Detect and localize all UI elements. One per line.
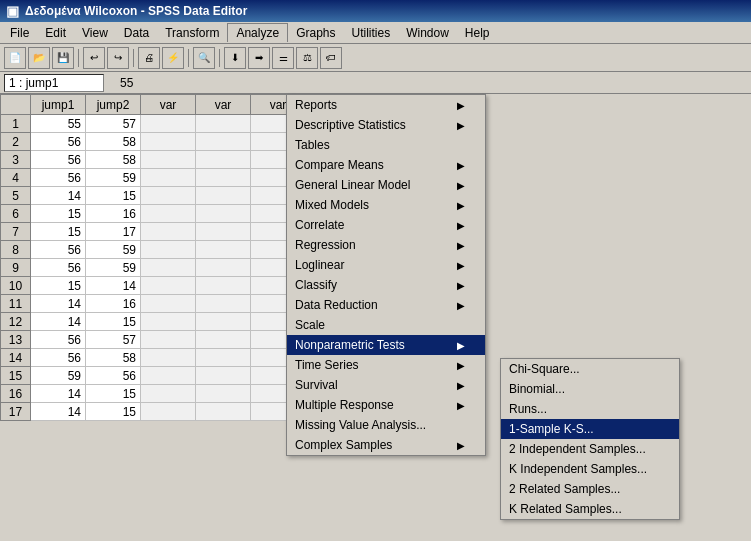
cell-r12-c2[interactable]: 57 bbox=[86, 331, 141, 349]
submenu-runs[interactable]: Runs... bbox=[501, 399, 679, 419]
cell-r5-c2[interactable]: 16 bbox=[86, 205, 141, 223]
col-jump1[interactable]: jump1 bbox=[31, 95, 86, 115]
row-number-9[interactable]: 9 bbox=[1, 259, 31, 277]
row-number-3[interactable]: 3 bbox=[1, 151, 31, 169]
cell-r6-c1[interactable]: 15 bbox=[31, 223, 86, 241]
cell-r11-c2[interactable]: 15 bbox=[86, 313, 141, 331]
cell-r10-c2[interactable]: 16 bbox=[86, 295, 141, 313]
toolbar-print[interactable]: 🖨 bbox=[138, 47, 160, 69]
cell-empty-r10-c3[interactable] bbox=[141, 295, 196, 313]
row-number-7[interactable]: 7 bbox=[1, 223, 31, 241]
row-number-14[interactable]: 14 bbox=[1, 349, 31, 367]
cell-empty-r14-c4[interactable] bbox=[196, 367, 251, 385]
submenu-1-sample-ks[interactable]: 1-Sample K-S... bbox=[501, 419, 679, 439]
menu-utilities[interactable]: Utilities bbox=[343, 24, 398, 42]
cell-empty-r15-c3[interactable] bbox=[141, 385, 196, 403]
menu-reports[interactable]: Reports ▶ bbox=[287, 95, 485, 115]
menu-time-series[interactable]: Time Series ▶ bbox=[287, 355, 485, 375]
cell-empty-r2-c3[interactable] bbox=[141, 151, 196, 169]
menu-analyze[interactable]: Analyze bbox=[227, 23, 288, 42]
toolbar-save[interactable]: 💾 bbox=[52, 47, 74, 69]
menu-edit[interactable]: Edit bbox=[37, 24, 74, 42]
cell-empty-r14-c3[interactable] bbox=[141, 367, 196, 385]
toolbar-open[interactable]: 📂 bbox=[28, 47, 50, 69]
menu-descriptive[interactable]: Descriptive Statistics ▶ bbox=[287, 115, 485, 135]
submenu-2-independent[interactable]: 2 Independent Samples... bbox=[501, 439, 679, 459]
cell-r5-c1[interactable]: 15 bbox=[31, 205, 86, 223]
menu-scale[interactable]: Scale bbox=[287, 315, 485, 335]
menu-help[interactable]: Help bbox=[457, 24, 498, 42]
toolbar-redo[interactable]: ↪ bbox=[107, 47, 129, 69]
cell-empty-r1-c4[interactable] bbox=[196, 133, 251, 151]
cell-r3-c2[interactable]: 59 bbox=[86, 169, 141, 187]
cell-r11-c1[interactable]: 14 bbox=[31, 313, 86, 331]
cell-r1-c1[interactable]: 56 bbox=[31, 133, 86, 151]
row-number-4[interactable]: 4 bbox=[1, 169, 31, 187]
row-number-17[interactable]: 17 bbox=[1, 403, 31, 421]
row-number-8[interactable]: 8 bbox=[1, 241, 31, 259]
menu-view[interactable]: View bbox=[74, 24, 116, 42]
cell-r9-c2[interactable]: 14 bbox=[86, 277, 141, 295]
cell-r9-c1[interactable]: 15 bbox=[31, 277, 86, 295]
menu-regression[interactable]: Regression ▶ bbox=[287, 235, 485, 255]
cell-r0-c2[interactable]: 57 bbox=[86, 115, 141, 133]
cell-empty-r5-c4[interactable] bbox=[196, 205, 251, 223]
menu-nonparametric[interactable]: Nonparametric Tests ▶ bbox=[287, 335, 485, 355]
cell-empty-r12-c3[interactable] bbox=[141, 331, 196, 349]
cell-empty-r4-c4[interactable] bbox=[196, 187, 251, 205]
col-jump2[interactable]: jump2 bbox=[86, 95, 141, 115]
cell-empty-r3-c3[interactable] bbox=[141, 169, 196, 187]
toolbar-split[interactable]: ⚌ bbox=[272, 47, 294, 69]
submenu-chi-square[interactable]: Chi-Square... bbox=[501, 359, 679, 379]
cell-r16-c2[interactable]: 15 bbox=[86, 403, 141, 421]
cell-empty-r16-c3[interactable] bbox=[141, 403, 196, 421]
col-var1[interactable]: var bbox=[141, 95, 196, 115]
cell-r3-c1[interactable]: 56 bbox=[31, 169, 86, 187]
cell-r7-c2[interactable]: 59 bbox=[86, 241, 141, 259]
menu-window[interactable]: Window bbox=[398, 24, 457, 42]
cell-r15-c2[interactable]: 15 bbox=[86, 385, 141, 403]
cell-r8-c1[interactable]: 56 bbox=[31, 259, 86, 277]
menu-data-reduction[interactable]: Data Reduction ▶ bbox=[287, 295, 485, 315]
row-number-13[interactable]: 13 bbox=[1, 331, 31, 349]
cell-empty-r9-c3[interactable] bbox=[141, 277, 196, 295]
row-number-11[interactable]: 11 bbox=[1, 295, 31, 313]
cell-empty-r6-c3[interactable] bbox=[141, 223, 196, 241]
menu-tables[interactable]: Tables bbox=[287, 135, 485, 155]
cell-empty-r11-c3[interactable] bbox=[141, 313, 196, 331]
cell-r14-c2[interactable]: 56 bbox=[86, 367, 141, 385]
cell-r4-c2[interactable]: 15 bbox=[86, 187, 141, 205]
cell-empty-r0-c4[interactable] bbox=[196, 115, 251, 133]
menu-loglinear[interactable]: Loglinear ▶ bbox=[287, 255, 485, 275]
menu-data[interactable]: Data bbox=[116, 24, 157, 42]
menu-file[interactable]: File bbox=[2, 24, 37, 42]
cell-empty-r12-c4[interactable] bbox=[196, 331, 251, 349]
menu-correlate[interactable]: Correlate ▶ bbox=[287, 215, 485, 235]
toolbar-new[interactable]: 📄 bbox=[4, 47, 26, 69]
toolbar-find[interactable]: 🔍 bbox=[193, 47, 215, 69]
cell-r2-c1[interactable]: 56 bbox=[31, 151, 86, 169]
toolbar-insert-var[interactable]: ➡ bbox=[248, 47, 270, 69]
cell-r16-c1[interactable]: 14 bbox=[31, 403, 86, 421]
cell-empty-r15-c4[interactable] bbox=[196, 385, 251, 403]
cell-r15-c1[interactable]: 14 bbox=[31, 385, 86, 403]
cell-r0-c1[interactable]: 55 bbox=[31, 115, 86, 133]
menu-multiple-response[interactable]: Multiple Response ▶ bbox=[287, 395, 485, 415]
row-number-1[interactable]: 1 bbox=[1, 115, 31, 133]
menu-survival[interactable]: Survival ▶ bbox=[287, 375, 485, 395]
submenu-binomial[interactable]: Binomial... bbox=[501, 379, 679, 399]
submenu-k-related[interactable]: K Related Samples... bbox=[501, 499, 679, 519]
cell-empty-r10-c4[interactable] bbox=[196, 295, 251, 313]
cell-empty-r8-c4[interactable] bbox=[196, 259, 251, 277]
cell-empty-r9-c4[interactable] bbox=[196, 277, 251, 295]
cell-empty-r6-c4[interactable] bbox=[196, 223, 251, 241]
row-number-15[interactable]: 15 bbox=[1, 367, 31, 385]
cell-empty-r13-c3[interactable] bbox=[141, 349, 196, 367]
menu-transform[interactable]: Transform bbox=[157, 24, 227, 42]
row-number-12[interactable]: 12 bbox=[1, 313, 31, 331]
row-number-6[interactable]: 6 bbox=[1, 205, 31, 223]
cell-empty-r4-c3[interactable] bbox=[141, 187, 196, 205]
cell-empty-r16-c4[interactable] bbox=[196, 403, 251, 421]
cell-r12-c1[interactable]: 56 bbox=[31, 331, 86, 349]
col-var2[interactable]: var bbox=[196, 95, 251, 115]
